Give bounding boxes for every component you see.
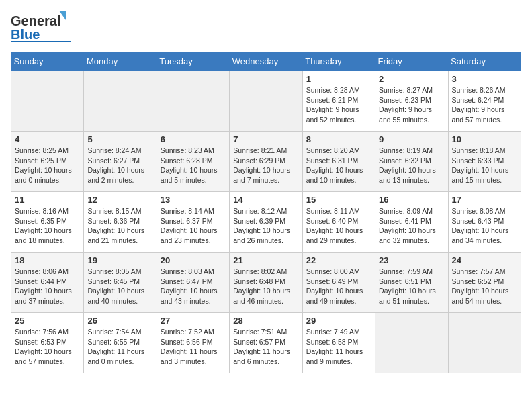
day-number: 17 [452, 195, 517, 205]
day-info: Sunrise: 7:52 AMSunset: 6:56 PMDaylight:… [161, 327, 226, 367]
calendar-cell: 19Sunrise: 8:05 AMSunset: 6:45 PMDayligh… [84, 253, 157, 313]
day-number: 25 [15, 316, 80, 326]
day-number: 19 [87, 255, 152, 265]
calendar-cell: 29Sunrise: 7:49 AMSunset: 6:58 PMDayligh… [302, 313, 375, 373]
day-number: 21 [233, 255, 298, 265]
calendar-cell: 17Sunrise: 8:08 AMSunset: 6:43 PMDayligh… [448, 192, 521, 253]
day-info: Sunrise: 8:11 AMSunset: 6:40 PMDaylight:… [306, 206, 371, 246]
day-info: Sunrise: 8:09 AMSunset: 6:41 PMDaylight:… [379, 206, 444, 246]
day-number: 29 [306, 316, 371, 326]
calendar-cell: 15Sunrise: 8:11 AMSunset: 6:40 PMDayligh… [302, 192, 375, 253]
svg-text:Blue: Blue [11, 27, 40, 42]
week-row-4: 18Sunrise: 8:06 AMSunset: 6:44 PMDayligh… [11, 253, 521, 313]
day-info: Sunrise: 8:19 AMSunset: 6:32 PMDaylight:… [379, 146, 444, 185]
day-number: 28 [233, 316, 298, 326]
day-info: Sunrise: 8:15 AMSunset: 6:36 PMDaylight:… [87, 206, 152, 246]
day-number: 18 [15, 255, 80, 265]
calendar-cell [230, 71, 302, 132]
calendar-cell: 25Sunrise: 7:56 AMSunset: 6:53 PMDayligh… [11, 313, 84, 373]
day-number: 3 [452, 74, 517, 84]
calendar-cell [448, 313, 521, 373]
calendar-cell: 5Sunrise: 8:24 AMSunset: 6:27 PMDaylight… [84, 132, 157, 192]
col-header-saturday: Saturday [448, 52, 521, 71]
day-info: Sunrise: 7:59 AMSunset: 6:51 PMDaylight:… [379, 267, 444, 306]
day-info: Sunrise: 8:18 AMSunset: 6:33 PMDaylight:… [452, 146, 517, 185]
week-row-5: 25Sunrise: 7:56 AMSunset: 6:53 PMDayligh… [11, 313, 521, 373]
week-row-3: 11Sunrise: 8:16 AMSunset: 6:35 PMDayligh… [11, 192, 521, 253]
calendar-cell: 20Sunrise: 8:03 AMSunset: 6:47 PMDayligh… [157, 253, 229, 313]
day-info: Sunrise: 8:26 AMSunset: 6:24 PMDaylight:… [452, 85, 517, 125]
day-number: 2 [379, 74, 444, 84]
svg-text:General: General [11, 13, 60, 28]
day-number: 26 [87, 316, 152, 326]
calendar-cell: 2Sunrise: 8:27 AMSunset: 6:23 PMDaylight… [375, 71, 448, 132]
day-info: Sunrise: 8:27 AMSunset: 6:23 PMDaylight:… [379, 85, 444, 125]
calendar-cell: 3Sunrise: 8:26 AMSunset: 6:24 PMDaylight… [448, 71, 521, 132]
col-header-monday: Monday [84, 52, 157, 71]
day-number: 8 [306, 134, 371, 144]
calendar-table: SundayMondayTuesdayWednesdayThursdayFrid… [11, 52, 521, 373]
day-number: 12 [87, 195, 152, 205]
calendar-cell: 13Sunrise: 8:14 AMSunset: 6:37 PMDayligh… [157, 192, 229, 253]
calendar-cell: 10Sunrise: 8:18 AMSunset: 6:33 PMDayligh… [448, 132, 521, 192]
day-number: 4 [15, 134, 80, 144]
day-info: Sunrise: 8:16 AMSunset: 6:35 PMDaylight:… [15, 206, 80, 246]
calendar-cell: 7Sunrise: 8:21 AMSunset: 6:29 PMDaylight… [230, 132, 302, 192]
day-info: Sunrise: 7:57 AMSunset: 6:52 PMDaylight:… [452, 267, 517, 306]
day-info: Sunrise: 8:21 AMSunset: 6:29 PMDaylight:… [233, 146, 298, 185]
calendar-cell [157, 71, 229, 132]
calendar-cell: 14Sunrise: 8:12 AMSunset: 6:39 PMDayligh… [230, 192, 302, 253]
day-info: Sunrise: 7:49 AMSunset: 6:58 PMDaylight:… [306, 327, 371, 367]
day-number: 5 [87, 134, 152, 144]
calendar-cell: 24Sunrise: 7:57 AMSunset: 6:52 PMDayligh… [448, 253, 521, 313]
day-number: 24 [452, 255, 517, 265]
day-info: Sunrise: 8:25 AMSunset: 6:25 PMDaylight:… [15, 146, 80, 185]
day-number: 15 [306, 195, 371, 205]
calendar-cell: 16Sunrise: 8:09 AMSunset: 6:41 PMDayligh… [375, 192, 448, 253]
day-info: Sunrise: 8:02 AMSunset: 6:48 PMDaylight:… [233, 267, 298, 306]
calendar-cell [375, 313, 448, 373]
day-number: 27 [161, 316, 226, 326]
day-info: Sunrise: 8:03 AMSunset: 6:47 PMDaylight:… [161, 267, 226, 306]
week-row-2: 4Sunrise: 8:25 AMSunset: 6:25 PMDaylight… [11, 132, 521, 192]
day-info: Sunrise: 8:00 AMSunset: 6:49 PMDaylight:… [306, 267, 371, 306]
day-number: 7 [233, 134, 298, 144]
day-info: Sunrise: 8:23 AMSunset: 6:28 PMDaylight:… [161, 146, 226, 185]
logo-svg: General Blue [11, 11, 71, 43]
calendar-cell: 8Sunrise: 8:20 AMSunset: 6:31 PMDaylight… [302, 132, 375, 192]
day-number: 23 [379, 255, 444, 265]
day-number: 13 [161, 195, 226, 205]
calendar-cell: 23Sunrise: 7:59 AMSunset: 6:51 PMDayligh… [375, 253, 448, 313]
day-info: Sunrise: 8:20 AMSunset: 6:31 PMDaylight:… [306, 146, 371, 185]
col-header-friday: Friday [375, 52, 448, 71]
day-info: Sunrise: 8:14 AMSunset: 6:37 PMDaylight:… [161, 206, 226, 246]
header-row: SundayMondayTuesdayWednesdayThursdayFrid… [11, 52, 521, 71]
day-info: Sunrise: 8:05 AMSunset: 6:45 PMDaylight:… [87, 267, 152, 306]
day-info: Sunrise: 8:08 AMSunset: 6:43 PMDaylight:… [452, 206, 517, 246]
calendar-cell: 18Sunrise: 8:06 AMSunset: 6:44 PMDayligh… [11, 253, 84, 313]
day-number: 6 [161, 134, 226, 144]
day-info: Sunrise: 8:24 AMSunset: 6:27 PMDaylight:… [87, 146, 152, 185]
calendar-cell: 22Sunrise: 8:00 AMSunset: 6:49 PMDayligh… [302, 253, 375, 313]
calendar-cell [11, 71, 84, 132]
day-number: 16 [379, 195, 444, 205]
col-header-wednesday: Wednesday [230, 52, 302, 71]
calendar-cell: 6Sunrise: 8:23 AMSunset: 6:28 PMDaylight… [157, 132, 229, 192]
calendar-cell: 12Sunrise: 8:15 AMSunset: 6:36 PMDayligh… [84, 192, 157, 253]
day-number: 22 [306, 255, 371, 265]
day-number: 20 [161, 255, 226, 265]
day-number: 11 [15, 195, 80, 205]
day-number: 9 [379, 134, 444, 144]
day-number: 14 [233, 195, 298, 205]
day-info: Sunrise: 7:56 AMSunset: 6:53 PMDaylight:… [15, 327, 80, 367]
calendar-cell: 9Sunrise: 8:19 AMSunset: 6:32 PMDaylight… [375, 132, 448, 192]
col-header-tuesday: Tuesday [157, 52, 229, 71]
week-row-1: 1Sunrise: 8:28 AMSunset: 6:21 PMDaylight… [11, 71, 521, 132]
day-info: Sunrise: 8:12 AMSunset: 6:39 PMDaylight:… [233, 206, 298, 246]
calendar-cell: 28Sunrise: 7:51 AMSunset: 6:57 PMDayligh… [230, 313, 302, 373]
calendar-cell: 26Sunrise: 7:54 AMSunset: 6:55 PMDayligh… [84, 313, 157, 373]
col-header-sunday: Sunday [11, 52, 84, 71]
day-info: Sunrise: 8:28 AMSunset: 6:21 PMDaylight:… [306, 85, 371, 125]
page-header: General Blue [11, 11, 521, 46]
calendar-cell: 21Sunrise: 8:02 AMSunset: 6:48 PMDayligh… [230, 253, 302, 313]
